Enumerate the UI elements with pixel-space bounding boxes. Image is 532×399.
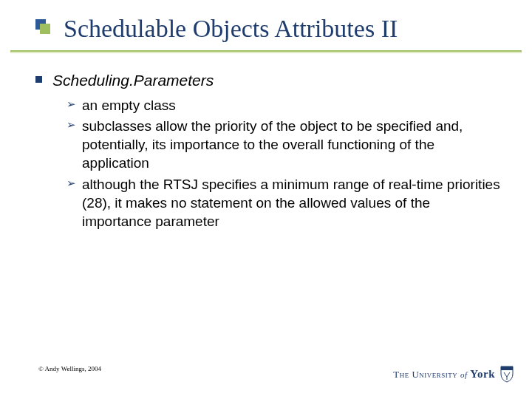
logo-text: The University of York	[393, 368, 495, 381]
content-area: Scheduling.Parameters ➢ an empty class ➢…	[35, 71, 502, 233]
arrow-bullet-icon: ➢	[66, 117, 76, 132]
list-item-text: subclasses allow the priority of the obj…	[82, 117, 502, 172]
divider-shadow	[10, 52, 522, 53]
square-bullet-icon	[35, 76, 42, 83]
arrow-bullet-icon: ➢	[66, 97, 76, 112]
logo-of: of	[460, 370, 468, 379]
list-item: ➢ although the RTSJ specifies a minimum …	[66, 175, 502, 231]
title-area: Schedulable Objects Attributes II	[35, 15, 517, 43]
level1-item: Scheduling.Parameters	[35, 71, 502, 90]
divider	[10, 50, 522, 52]
slide-title: Schedulable Objects Attributes II	[64, 15, 517, 43]
list-item: ➢ subclasses allow the priority of the o…	[66, 117, 502, 172]
arrow-bullet-icon: ➢	[66, 176, 76, 191]
level2-list: ➢ an empty class ➢ subclasses allow the …	[66, 96, 502, 231]
list-item-text: an empty class	[82, 96, 176, 115]
slide: Schedulable Objects Attributes II Schedu…	[0, 0, 532, 399]
university-logo: The University of York	[393, 365, 514, 383]
logo-prefix: The University	[393, 369, 457, 380]
title-accent-icon	[35, 19, 46, 30]
logo-name: York	[470, 368, 495, 380]
level1-heading: Scheduling.Parameters	[52, 71, 214, 90]
list-item-text: although the RTSJ specifies a minimum ra…	[82, 175, 502, 231]
list-item: ➢ an empty class	[66, 96, 502, 115]
copyright: © Andy Wellings, 2004	[38, 365, 101, 372]
shield-icon	[499, 365, 514, 383]
